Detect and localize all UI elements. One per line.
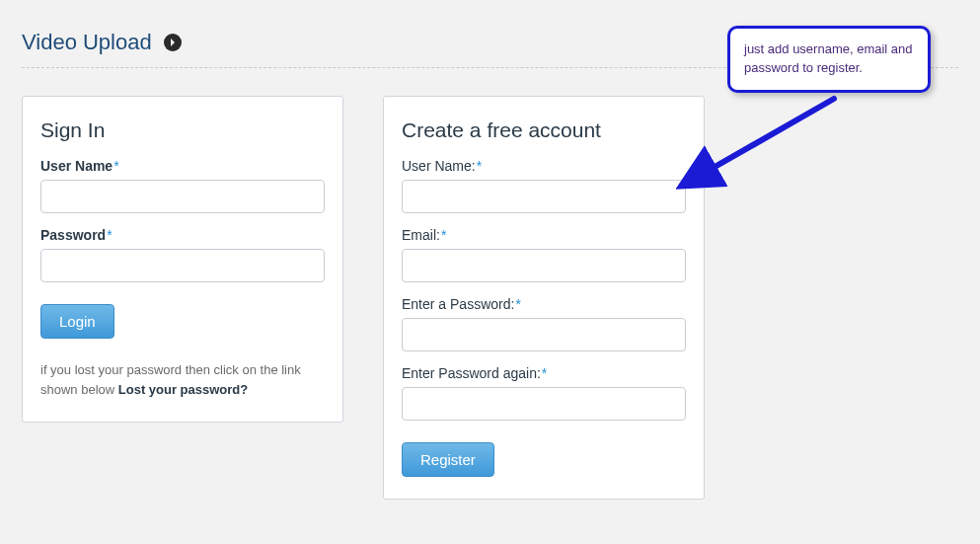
- required-mark: *: [107, 227, 112, 243]
- label-text: Enter a Password:: [402, 296, 514, 312]
- label-text: User Name:: [402, 158, 476, 174]
- register-password2-input[interactable]: [402, 387, 686, 421]
- required-mark: *: [113, 158, 118, 174]
- register-password2-label: Enter Password again:*: [402, 365, 686, 381]
- label-text: Email:: [402, 227, 440, 243]
- register-username-input[interactable]: [402, 180, 686, 213]
- required-mark: *: [542, 365, 547, 381]
- required-mark: *: [515, 296, 520, 312]
- signin-password-label: Password*: [40, 227, 325, 243]
- annotation-callout: just add username, email and password to…: [727, 26, 931, 93]
- register-email-label: Email:*: [402, 227, 686, 243]
- label-text: User Name: [40, 158, 113, 174]
- register-password-input[interactable]: [402, 318, 686, 351]
- chevron-right-icon: [164, 34, 182, 51]
- label-text: Password: [40, 227, 106, 243]
- required-mark: *: [477, 158, 482, 174]
- login-button[interactable]: Login: [40, 304, 114, 339]
- register-title: Create a free account: [402, 118, 686, 142]
- register-email-input[interactable]: [402, 249, 686, 282]
- signin-card: Sign In User Name* Password* Login if yo…: [22, 96, 343, 423]
- register-button[interactable]: Register: [402, 442, 494, 477]
- required-mark: *: [441, 227, 446, 243]
- signin-username-input[interactable]: [40, 180, 325, 213]
- signin-username-label: User Name*: [40, 158, 325, 174]
- label-text: Enter Password again:: [402, 365, 541, 381]
- register-username-label: User Name:*: [402, 158, 686, 174]
- lost-password-helper: if you lost your password then click on …: [40, 360, 325, 400]
- page-title: Video Upload: [22, 30, 152, 55]
- register-password-label: Enter a Password:*: [402, 296, 686, 312]
- signin-password-input[interactable]: [40, 249, 325, 282]
- register-card: Create a free account User Name:* Email:…: [383, 96, 705, 500]
- lost-password-link[interactable]: Lost your password?: [118, 382, 248, 397]
- signin-title: Sign In: [40, 118, 325, 142]
